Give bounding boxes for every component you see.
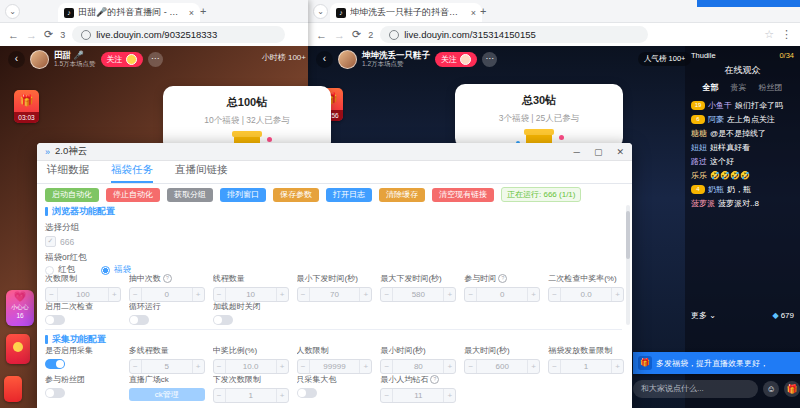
diamond-counter[interactable]: ◆ 679 (772, 311, 794, 320)
get-groups-button[interactable]: 获取分组 (167, 188, 213, 202)
nav-counter: 2 (368, 30, 373, 40)
viewer-tab-all[interactable]: 全部 (703, 82, 719, 93)
app-icon: » (45, 147, 50, 157)
save-params-button[interactable]: 保存参数 (273, 188, 319, 202)
forward-icon[interactable]: → (334, 29, 345, 41)
omnibox[interactable]: live.douyin.com/315314150155 (380, 26, 648, 43)
viewer-tab-fans[interactable]: 粉丝团 (759, 82, 783, 93)
enable-collect-toggle[interactable] (45, 359, 65, 369)
tab-live-room-links[interactable]: 直播间链接 (175, 163, 228, 183)
chat-message: 妞妞妞样真好看 (685, 141, 800, 155)
dialog-title-bar[interactable]: » 2.0神云 ─ ▢ ✕ (37, 143, 632, 161)
forward-icon[interactable]: → (26, 29, 37, 41)
tab-close-icon[interactable]: × (189, 8, 194, 18)
chat-message: 4奶瓶奶，瓶 (685, 183, 800, 197)
enable-recheck-toggle[interactable] (45, 315, 65, 325)
desktop: ⌄ ♪ 坤坤洗丢一只鞋子的抖音直播间 × + ← → ⟳ 2 live.douy… (0, 0, 800, 408)
more-options-icon[interactable]: ⋯ (482, 52, 497, 67)
running-status-badge: 正在运行: 666 (1/1) (501, 187, 581, 202)
site-info-icon[interactable] (389, 30, 399, 40)
people-limit-stepper[interactable]: −99999+ (297, 359, 373, 374)
loop-run-toggle[interactable] (129, 315, 149, 325)
ck-manage-button[interactable]: ck管理 (129, 388, 205, 401)
only-big-bag-toggle[interactable] (297, 388, 317, 398)
more-label[interactable]: 更多 ⌄ (691, 310, 716, 321)
streamer-likes: 1.5万本场点赞 (54, 60, 96, 68)
tab-lucky-bag-task[interactable]: 福袋任务 (111, 163, 153, 183)
collect-config-row2: 参与粉丝团 直播广场ck ck管理 下发次数限制 −1+ 只采集大包 最小人均钻… (45, 374, 624, 403)
join-fan-club-toggle[interactable] (45, 388, 65, 398)
activity-badge[interactable] (4, 376, 22, 402)
streamer-avatar[interactable] (338, 50, 357, 69)
minimize-icon[interactable]: ─ (574, 147, 580, 157)
site-info-icon[interactable] (81, 30, 91, 40)
clear-links-button[interactable]: 清空现有链接 (432, 188, 494, 202)
more-options-icon[interactable]: ⋯ (148, 52, 163, 67)
stop-automation-button[interactable]: 停止自动化 (106, 188, 160, 202)
count-limit-stepper[interactable]: −100+ (45, 287, 121, 302)
open-log-button[interactable]: 打开日志 (326, 188, 372, 202)
banner-gift-icon: 🎁 (638, 356, 652, 370)
bookmark-star-icon[interactable]: ☆ (764, 28, 774, 41)
chat-message: 乐乐🤣🤣🤣🤣 (685, 169, 800, 183)
back-icon[interactable]: ← (316, 29, 327, 41)
dialog-tabs: 详细数据 福袋任务 直播间链接 (37, 160, 632, 184)
min-diamond-per-person-stepper[interactable]: −11+ (380, 388, 456, 403)
thread-count-stepper[interactable]: −10+ (213, 287, 289, 302)
popularity-rank-pill[interactable]: 人气榜 100+ (638, 52, 691, 66)
douyin-favicon: ♪ (64, 8, 74, 18)
group-checkbox-row[interactable]: ✓ 666 (45, 236, 74, 247)
tab-search-chevron-icon[interactable]: ⌄ (5, 4, 20, 19)
new-tab-button[interactable]: + (200, 5, 206, 17)
streamer-avatar[interactable] (30, 50, 49, 69)
promo-banner[interactable]: 🎁 多发福袋，提升直播效果更好， (633, 352, 800, 374)
dispatch-count-limit-stepper[interactable]: −1+ (213, 388, 289, 403)
back-chevron-icon[interactable]: ‹ (316, 51, 333, 68)
follow-button[interactable]: 关注 (435, 52, 477, 67)
tab-close-icon[interactable]: × (471, 8, 476, 18)
dialog-scrollbar[interactable] (626, 205, 630, 325)
max-time-stepper[interactable]: −600+ (464, 359, 540, 374)
chat-input-bar: 和大家说点什么... ☺ 🎁 (633, 380, 800, 398)
win-ratio-stepper[interactable]: −10.0+ (213, 359, 289, 374)
checkbox-icon[interactable]: ✓ (45, 236, 56, 247)
close-icon[interactable]: ✕ (616, 147, 624, 157)
start-automation-button[interactable]: 启动自动化 (45, 188, 99, 202)
tab-search-chevron-icon[interactable]: ⌄ (313, 4, 328, 19)
load-timeout-close-toggle[interactable] (213, 315, 233, 325)
chat-message: 路过这个好 (685, 155, 800, 169)
maximize-icon[interactable]: ▢ (594, 147, 603, 157)
back-chevron-icon[interactable]: ‹ (8, 51, 25, 68)
new-tab-button[interactable]: + (480, 5, 486, 17)
won-count-stepper[interactable]: −0+ (129, 287, 205, 302)
chat-input[interactable]: 和大家说点什么... (633, 380, 758, 398)
clear-cache-button[interactable]: 清除缓存 (379, 188, 425, 202)
lucky-bag-countdown-badge[interactable]: 🎁 03:03 (14, 90, 39, 123)
viewer-tab-vip[interactable]: 贵宾 (731, 82, 747, 93)
browser-tab[interactable]: ♪ 坤坤洗丢一只鞋子的抖音直播间 × (330, 3, 482, 22)
join-time-stepper[interactable]: −0+ (464, 287, 540, 302)
emoji-icon[interactable]: ☺ (763, 381, 779, 397)
browser-tab[interactable]: ♪ 田甜🎤的抖音直播间 - 抖音直播 × (58, 3, 200, 22)
min-dispatch-time-stepper[interactable]: −70+ (297, 287, 373, 302)
streamer-header: ‹ 田甜 🎤 1.5万本场点赞 关注 ⋯ (8, 50, 163, 69)
back-icon[interactable]: ← (8, 29, 19, 41)
omnibox[interactable]: live.douyin.com/9032518333 (72, 26, 285, 43)
reload-icon[interactable]: ⟳ (352, 28, 361, 41)
min-time-stepper[interactable]: −80+ (380, 359, 456, 374)
multithread-count-stepper[interactable]: −5+ (129, 359, 205, 374)
max-dispatch-time-stepper[interactable]: −580+ (380, 287, 456, 302)
red-packet-badge[interactable] (6, 334, 30, 364)
tab-detailed-data[interactable]: 详细数据 (47, 163, 89, 183)
gift-panel-icon[interactable]: 🎁 (784, 381, 800, 397)
menu-dots-icon[interactable]: ⋮ (781, 28, 792, 41)
bag-issue-limit-stepper[interactable]: −1+ (548, 359, 624, 374)
little-heart-badge[interactable]: 💗 小心心 16 (6, 290, 34, 326)
lucky-bag-card-right[interactable]: 总30钻 3个福袋 | 25人已参与 (455, 84, 623, 148)
streamer-likes: 1.2万本场点赞 (362, 60, 430, 68)
reload-icon[interactable]: ⟳ (44, 28, 53, 41)
hour-rank-label[interactable]: 小时榜 100+ (262, 52, 306, 63)
recheck-win-rate-stepper[interactable]: −0.0+ (548, 287, 624, 302)
follow-button[interactable]: 关注 (101, 52, 143, 67)
arrange-windows-button[interactable]: 排列窗口 (220, 188, 266, 202)
